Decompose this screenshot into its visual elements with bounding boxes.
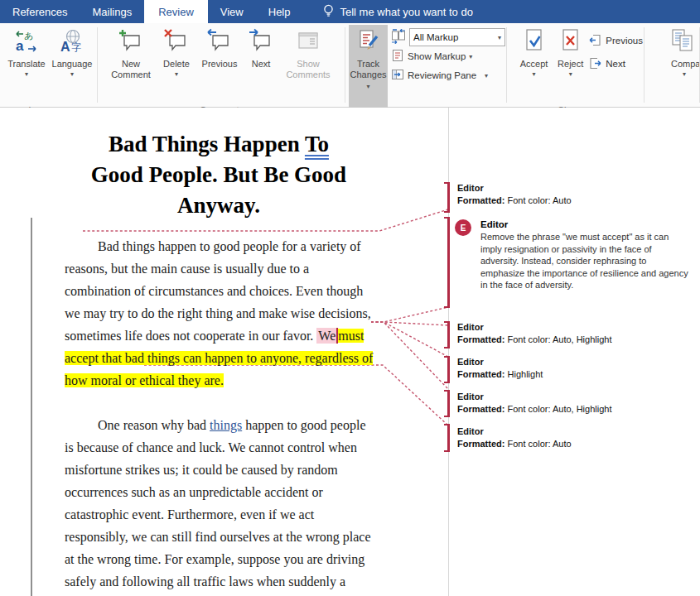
translate-icon: あ a [13,28,40,56]
author-name: Editor [457,391,693,403]
track-changes-label: Track Changes [350,59,386,79]
change-bracket [447,321,450,348]
previous-comment-icon [206,28,233,56]
change-bracket [447,182,450,213]
display-for-review-value: All Markup [413,32,458,42]
paragraph-1: Bad things happen to good people for a v… [65,235,376,392]
ribbon-group-compare: Compa ▾ Compa [644,23,700,107]
comment-anchor-text[interactable]: We [316,328,338,344]
word-window: References Mailings Review View Help Tel… [0,0,700,596]
formatted-detail: Highlight [508,369,543,379]
delete-label: Delete [163,59,190,69]
reject-button[interactable]: Reject ▾ [553,25,588,104]
author-name: Editor [457,182,693,195]
inserted-text: things [210,418,242,432]
reviewing-pane-icon [391,68,404,83]
tab-mailings[interactable]: Mailings [80,0,144,23]
new-comment-button[interactable]: New Comment [104,25,157,104]
dropdown-caret-icon: ▾ [498,34,501,41]
author-name: Editor [457,425,693,438]
next-comment-button[interactable]: Next [244,25,278,104]
next-change-button[interactable]: Next [588,55,643,73]
dropdown-caret-icon: ▾ [569,70,572,78]
svg-text:A: A [60,40,70,54]
dropdown-caret-icon: ▾ [366,83,369,90]
previous-change-icon [588,33,602,49]
dropdown-caret-icon: ▾ [485,72,488,79]
dropdown-caret-icon: ▾ [533,70,536,78]
title-text: Bad Things Happen [109,132,305,156]
change-bracket [447,390,450,417]
display-for-review-combobox[interactable]: All Markup ▾ [409,28,505,46]
comment-card[interactable]: E Editor Remove the phrase "we must acce… [455,219,695,291]
title-text: Anyway. [177,193,260,218]
paragraph-text: One reason why bad [98,418,210,432]
change-card-2[interactable]: Editor Formatted: Font color: Auto, High… [457,321,693,346]
track-changes-icon [355,28,382,56]
track-changes-button[interactable]: Track Changes ▾ [349,25,388,108]
previous-change-button[interactable]: Previous [588,31,643,50]
ribbon: あ a Translate ▾ A [0,23,700,108]
dropdown-caret-icon: ▾ [683,70,686,78]
accept-icon [521,28,548,56]
tab-references[interactable]: References [0,0,80,23]
tab-help[interactable]: Help [256,0,303,23]
tab-review[interactable]: Review [144,0,208,23]
reject-label: Reject [558,59,583,69]
comment-text: Remove the phrase "we must accept" as it… [480,231,691,291]
previous-change-label: Previous [606,36,643,46]
tab-view[interactable]: View [208,0,256,23]
new-comment-icon [118,28,144,56]
language-button[interactable]: A 字 Language ▾ [50,25,94,104]
document-body-text: Bad things happen to good people for a v… [65,235,376,596]
reviewing-pane-button[interactable]: Reviewing Pane ▾ [391,66,505,84]
change-card-3[interactable]: Editor Formatted: Highlight [457,356,693,381]
formatted-detail: Font color: Auto, Highlight [508,404,612,414]
previous-comment-button[interactable]: Previous [196,25,244,104]
next-comment-label: Next [252,59,271,69]
author-name: Editor [457,356,693,368]
tell-me-label: Tell me what you want to do [340,6,473,18]
formatted-label: Formatted: [457,369,504,379]
svg-text:a: a [16,38,24,54]
language-globe-icon: A 字 [59,28,85,56]
svg-text:字: 字 [71,41,81,53]
formatted-detail: Font color: Auto [508,195,572,205]
paragraph-2: One reason why bad things happen to good… [65,414,376,596]
next-change-icon [588,56,602,72]
lightbulb-icon [323,3,334,21]
comment-bracket [447,217,450,308]
title-tracked-format-word: To [305,132,329,156]
previous-comment-label: Previous [202,59,238,69]
next-comment-icon [248,28,274,56]
change-card-1[interactable]: Editor Formatted: Font color: Auto [457,182,693,207]
show-comments-button: Show Comments [278,25,338,104]
author-name: Editor [480,219,695,230]
ribbon-group-tracking: Track Changes ▾ [345,23,507,107]
author-name: Editor [457,321,693,334]
accept-button[interactable]: Accept ▾ [515,25,553,104]
dropdown-caret-icon: ▾ [175,70,178,78]
formatted-detail: Font color: Auto, Highlight [508,334,612,344]
document-area: Bad Things Happen To Good People. But Be… [0,108,700,596]
show-comments-label: Show Comments [286,59,330,79]
ribbon-tab-bar: References Mailings Review View Help Tel… [0,0,700,23]
formatted-label: Formatted: [457,404,504,414]
compare-icon [671,28,698,56]
document-title: Bad Things Happen To Good People. But Be… [48,129,389,221]
formatted-label: Formatted: [457,334,504,344]
show-markup-label: Show Markup [408,51,466,61]
document-page[interactable]: Bad Things Happen To Good People. But Be… [0,108,448,596]
change-card-5[interactable]: Editor Formatted: Font color: Auto [457,425,693,450]
tell-me-box[interactable]: Tell me what you want to do [311,0,485,23]
translate-button[interactable]: あ a Translate ▾ [3,25,50,104]
show-markup-button[interactable]: Show Markup ▾ [391,47,505,65]
delete-comment-icon [163,28,190,56]
compare-button[interactable]: Compa ▾ [671,25,700,104]
delete-comment-button[interactable]: Delete ▾ [157,25,196,104]
translate-label: Translate [7,59,45,69]
change-card-4[interactable]: Editor Formatted: Font color: Auto, High… [457,391,693,416]
reviewing-pane-label: Reviewing Pane [408,70,476,80]
paragraph-text: happen to good people is because of chan… [65,418,373,596]
ribbon-group-comments: New Comment Delete ▾ [98,23,345,107]
